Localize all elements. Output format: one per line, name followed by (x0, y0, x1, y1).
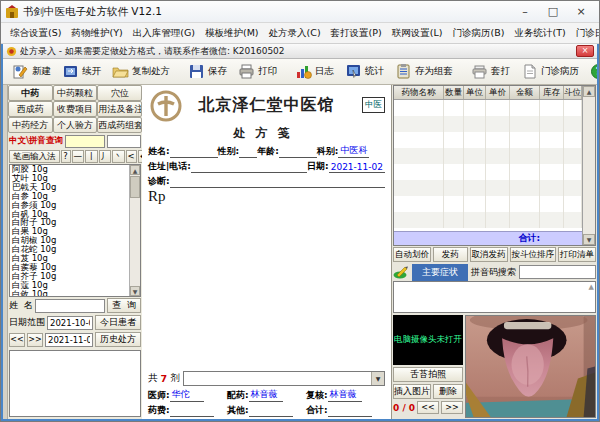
today-patients-button[interactable]: 今日患者 (95, 315, 141, 330)
drug-list-scrollbar[interactable]: ▲ ▼ (129, 165, 140, 296)
print-button[interactable]: 打印 (233, 60, 282, 83)
help-button[interactable]: ? 操作帮助 (585, 60, 599, 83)
action-button[interactable]: 自动划价 (393, 247, 431, 262)
date-value[interactable]: 2021-11-02 (329, 162, 385, 173)
grid-column-header[interactable]: 药物名称 (394, 86, 444, 99)
dept-value[interactable]: 中医科 (338, 144, 369, 158)
category-tab[interactable]: 西成药组套 (97, 117, 142, 133)
grid-column-header[interactable]: 金额 (510, 86, 540, 99)
symptom-textarea[interactable]: ▲ (393, 281, 596, 313)
insert-image-button[interactable]: 插入图片 (393, 384, 431, 399)
grid-column-header[interactable]: 库存 (540, 86, 564, 99)
category-tab[interactable]: 中药 (8, 85, 53, 101)
menu-item[interactable]: 套打设置(P) (326, 25, 387, 42)
menu-item[interactable]: 出入库管理(G) (128, 25, 200, 42)
close-button[interactable]: × (567, 3, 595, 21)
pinyin-search-input[interactable] (519, 265, 596, 279)
query-button[interactable]: 查 询 (107, 298, 141, 313)
menu-item[interactable]: 综合设置(S) (5, 25, 66, 42)
stroke-key-button[interactable]: 丨 (85, 150, 98, 163)
dispenser-value[interactable]: 林音薇 (249, 388, 283, 402)
pinyin-query-input[interactable] (107, 135, 141, 148)
chevron-down-icon[interactable]: ▼ (371, 372, 384, 385)
action-button[interactable]: 取消发药 (470, 247, 508, 262)
grid-scrollbar[interactable]: ▲ ▼ (582, 86, 595, 245)
copy-prescription-button[interactable]: 复制处方 (107, 60, 175, 83)
delete-image-button[interactable]: 删除 (433, 384, 463, 399)
menu-item[interactable]: 门诊病历(B) (447, 25, 509, 42)
rp-label: Rp (148, 188, 385, 206)
prev-date-button[interactable]: << (9, 333, 25, 347)
category-tab[interactable]: 西成药 (8, 101, 53, 117)
history-prescriptions-button[interactable]: 历史处方 (95, 332, 141, 347)
action-button[interactable]: 打印清单 (558, 247, 596, 262)
drug-list-item[interactable]: 白敛 10g (11, 290, 128, 297)
minimize-button[interactable]: – (511, 3, 539, 21)
menu-item[interactable]: 门诊日志(Z) (571, 25, 600, 42)
scroll-thumb[interactable] (130, 176, 140, 198)
stroke-key-button[interactable]: 丿 (99, 150, 112, 163)
grid-column-header[interactable]: 数量 (444, 86, 464, 99)
scroll-up-icon[interactable]: ▲ (130, 165, 140, 175)
date-from-input[interactable] (47, 316, 93, 330)
medical-record-button[interactable]: 门诊病历 (516, 60, 584, 83)
scroll-up-icon[interactable]: ▲ (583, 86, 595, 97)
log-button[interactable]: 日志 (290, 60, 339, 83)
category-tab[interactable]: 个人验方 (53, 117, 98, 133)
date-to-input[interactable] (45, 333, 93, 347)
maximize-button[interactable]: □ (539, 3, 567, 21)
drug-list[interactable]: 阿胶 10g艾叶 10g巴戟天 10g白参 10g白参须 10g白矾 10g白附… (9, 164, 141, 297)
category-tab[interactable]: 用法及备注 (97, 101, 142, 117)
stats-button[interactable]: 统计 (340, 60, 389, 83)
grid-cell (394, 164, 444, 180)
total-field[interactable] (328, 416, 372, 417)
action-button[interactable]: 按斗位排序 (510, 247, 557, 262)
save-group-button[interactable]: 存为组套 (390, 60, 458, 83)
chinese-query-input[interactable] (65, 135, 105, 148)
other-field[interactable] (249, 416, 293, 417)
grid-column-header[interactable]: 单价 (486, 86, 510, 99)
menu-item[interactable]: 药物维护(Y) (66, 25, 127, 42)
stroke-key-button[interactable]: 丶 (112, 150, 125, 163)
child-close-button[interactable]: × (576, 45, 594, 57)
next-photo-button[interactable]: >> (441, 401, 463, 414)
stroke-key-button[interactable]: ? (61, 150, 71, 163)
tongue-photo-button[interactable]: 舌苔拍照 (393, 367, 463, 382)
tab-main-symptoms[interactable]: 主要症状 (412, 264, 468, 281)
photo-counter: 0 / 0 (393, 403, 415, 413)
continue-button[interactable]: 续开 (57, 60, 106, 83)
usage-combobox[interactable]: ▼ (183, 371, 385, 386)
category-tab[interactable]: 中药经方 (8, 117, 53, 133)
menu-item[interactable]: 处方录入(C) (264, 25, 326, 42)
scroll-down-icon[interactable]: ▼ (130, 286, 140, 296)
new-button[interactable]: 新建 (7, 60, 56, 83)
grid-column-header[interactable]: 斗位 (564, 86, 582, 99)
menu-item[interactable]: 联网设置(L) (387, 25, 448, 42)
category-tab[interactable]: 穴位 (97, 85, 142, 101)
stroke-key-button[interactable]: — (72, 150, 85, 163)
fee-row: 药费: 其他: 合计: (148, 402, 385, 417)
save-button[interactable]: 保存 (183, 60, 232, 83)
doctor-value[interactable]: 华佗 (170, 388, 204, 402)
menu-item[interactable]: 模板维护(M) (200, 25, 264, 42)
prev-photo-button[interactable]: << (417, 401, 439, 414)
next-date-button[interactable]: >> (27, 333, 43, 347)
grid-cell (464, 196, 486, 212)
menu-item[interactable]: 业务统计(T) (509, 25, 570, 42)
stroke-input-button[interactable]: 笔画输入法 (9, 150, 60, 163)
category-tab[interactable]: 收费项目 (53, 101, 98, 117)
template-print-button[interactable]: 套打 (466, 60, 515, 83)
drug-grid-body[interactable] (394, 100, 582, 231)
continue-open-icon (62, 63, 79, 80)
grid-cell (540, 148, 564, 164)
fee-field[interactable] (170, 416, 214, 417)
grid-column-header[interactable]: 单位 (464, 86, 486, 99)
patient-name-input[interactable] (35, 299, 106, 313)
action-button[interactable]: 发药 (433, 247, 468, 262)
prescription-body[interactable] (148, 206, 385, 369)
scroll-down-icon[interactable]: ▼ (583, 234, 595, 245)
category-tab[interactable]: 中药颗粒 (53, 85, 98, 101)
stroke-key-button[interactable]: < (126, 150, 137, 163)
reviewer-value[interactable]: 林音薇 (328, 388, 362, 402)
patient-result-list[interactable] (9, 350, 141, 417)
